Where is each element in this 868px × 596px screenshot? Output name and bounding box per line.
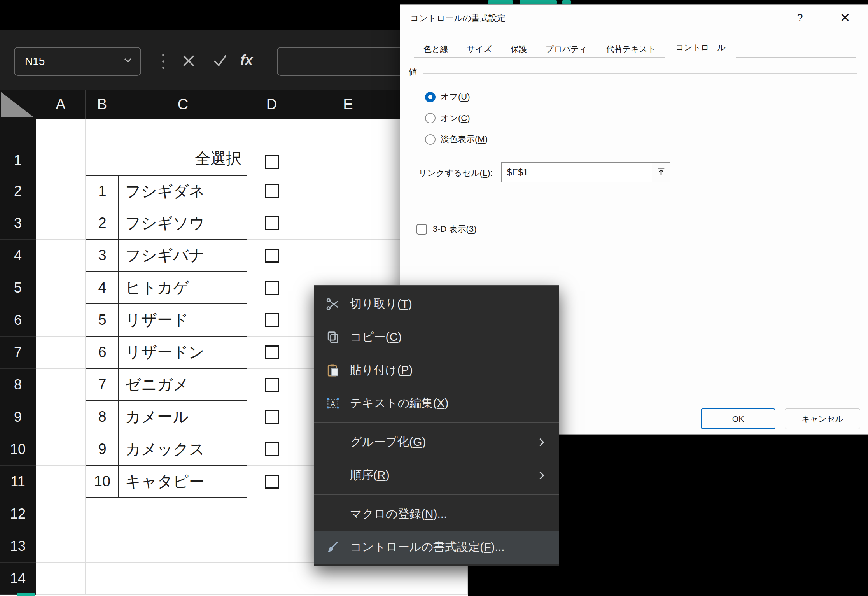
cell-c1[interactable]: 全選択 — [119, 119, 247, 175]
radio-on[interactable]: オン(C) — [425, 112, 470, 124]
cell-a12[interactable] — [36, 498, 86, 530]
cell-d5[interactable] — [247, 272, 296, 304]
form-checkbox-row-9[interactable] — [265, 410, 279, 424]
cell-a4[interactable] — [36, 240, 86, 272]
column-header-c[interactable]: C — [119, 90, 247, 119]
cell-d7[interactable] — [247, 337, 296, 369]
row-header-5[interactable]: 5 — [0, 272, 36, 304]
tab-size[interactable]: サイズ — [458, 40, 501, 58]
cell-b13[interactable] — [86, 530, 119, 563]
cell-d3[interactable] — [247, 207, 296, 240]
cell-d6[interactable] — [247, 304, 296, 337]
row-header-6[interactable]: 6 — [0, 304, 36, 337]
cell-a3[interactable] — [36, 207, 86, 240]
row-header-14[interactable]: 14 — [0, 563, 36, 595]
tab-protection[interactable]: 保護 — [501, 40, 536, 58]
radio-mixed[interactable]: 淡色表示(M) — [425, 133, 488, 145]
cell-d14[interactable] — [247, 563, 296, 595]
cell-d10[interactable] — [247, 433, 296, 466]
threed-shading-checkbox[interactable] — [416, 224, 427, 235]
form-checkbox-row-1[interactable] — [265, 155, 279, 169]
row-header-3[interactable]: 3 — [0, 207, 36, 240]
menu-item-assign-macro[interactable]: マクロの登録(N)... — [314, 498, 559, 531]
collapse-dialog-button[interactable] — [652, 162, 670, 182]
cell-b2[interactable]: 1 — [86, 175, 119, 207]
cell-c14[interactable] — [119, 563, 247, 595]
cell-b1[interactable] — [86, 119, 119, 175]
cell-c5[interactable]: ヒトカゲ — [119, 272, 247, 304]
insert-function-button[interactable]: fx — [240, 52, 253, 68]
form-checkbox-row-11[interactable] — [265, 475, 279, 489]
cell-b7[interactable]: 6 — [86, 337, 119, 369]
dialog-close-button[interactable]: × — [833, 7, 857, 28]
cell-d8[interactable] — [247, 369, 296, 401]
radio-off[interactable]: オフ(U) — [425, 91, 470, 103]
cell-a7[interactable] — [36, 337, 86, 369]
cell-b10[interactable]: 9 — [86, 433, 119, 466]
cell-c10[interactable]: カメックス — [119, 433, 247, 466]
cell-b5[interactable]: 4 — [86, 272, 119, 304]
row-header-1[interactable]: 1 — [0, 119, 36, 175]
cell-d9[interactable] — [247, 401, 296, 433]
name-box[interactable]: N15 — [14, 47, 141, 76]
cell-b3[interactable]: 2 — [86, 207, 119, 240]
cell-e1[interactable] — [296, 119, 400, 175]
cell-b8[interactable]: 7 — [86, 369, 119, 401]
column-header-a[interactable]: A — [36, 90, 86, 119]
cell-d11[interactable] — [247, 466, 296, 498]
cell-a2[interactable] — [36, 175, 86, 207]
form-checkbox-row-8[interactable] — [265, 378, 279, 392]
tab-control[interactable]: コントロール — [665, 37, 736, 58]
row-header-2[interactable]: 2 — [0, 175, 36, 207]
cancel-button[interactable]: キャンセル — [785, 408, 860, 429]
cell-a10[interactable] — [36, 433, 86, 466]
form-checkbox-row-2[interactable] — [265, 184, 279, 198]
menu-item-paste[interactable]: 貼り付け(P) — [314, 354, 559, 387]
menu-item-copy[interactable]: コピー(C) — [314, 321, 559, 354]
form-checkbox-row-3[interactable] — [265, 216, 279, 230]
cell-c3[interactable]: フシギソウ — [119, 207, 247, 240]
cell-b12[interactable] — [86, 498, 119, 530]
cell-e3[interactable] — [296, 207, 400, 240]
cell-c6[interactable]: リザード — [119, 304, 247, 337]
cell-a14[interactable] — [36, 563, 86, 595]
cell-a11[interactable] — [36, 466, 86, 498]
dialog-help-button[interactable]: ? — [789, 9, 811, 27]
cell-b9[interactable]: 8 — [86, 401, 119, 433]
column-header-e[interactable]: E — [296, 90, 400, 119]
row-header-8[interactable]: 8 — [0, 369, 36, 401]
cell-e4[interactable] — [296, 240, 400, 272]
cell-b14[interactable] — [86, 563, 119, 595]
cell-f14[interactable] — [400, 563, 468, 595]
tab-alt-text[interactable]: 代替テキスト — [597, 40, 665, 58]
cell-d4[interactable] — [247, 240, 296, 272]
column-header-d[interactable]: D — [247, 90, 296, 119]
cell-d12[interactable] — [247, 498, 296, 530]
cell-a8[interactable] — [36, 369, 86, 401]
form-checkbox-row-6[interactable] — [265, 313, 279, 327]
row-header-13[interactable]: 13 — [0, 530, 36, 563]
cell-b11[interactable]: 10 — [86, 466, 119, 498]
row-header-12[interactable]: 12 — [0, 498, 36, 530]
form-checkbox-row-10[interactable] — [265, 442, 279, 456]
formula-enter-button[interactable] — [210, 49, 230, 74]
row-header-4[interactable]: 4 — [0, 240, 36, 272]
form-checkbox-row-5[interactable] — [265, 281, 279, 295]
select-all-corner[interactable] — [0, 90, 36, 119]
cell-b4[interactable]: 3 — [86, 240, 119, 272]
column-header-b[interactable]: B — [86, 90, 119, 119]
cell-e2[interactable] — [296, 175, 400, 207]
menu-item-cut[interactable]: 切り取り(T) — [314, 287, 559, 321]
row-header-9[interactable]: 9 — [0, 401, 36, 433]
cell-d13[interactable] — [247, 530, 296, 563]
cell-e14[interactable] — [296, 563, 400, 595]
tab-properties[interactable]: プロパティ — [536, 40, 597, 58]
formula-cancel-button[interactable] — [178, 49, 199, 74]
cell-c7[interactable]: リザードン — [119, 337, 247, 369]
menu-item-edit-text[interactable]: Aテキストの編集(X) — [314, 387, 559, 420]
tab-colors-lines[interactable]: 色と線 — [414, 40, 458, 58]
cell-link-input[interactable] — [501, 162, 652, 182]
row-header-11[interactable]: 11 — [0, 466, 36, 498]
row-header-7[interactable]: 7 — [0, 337, 36, 369]
form-checkbox-row-4[interactable] — [265, 249, 279, 263]
